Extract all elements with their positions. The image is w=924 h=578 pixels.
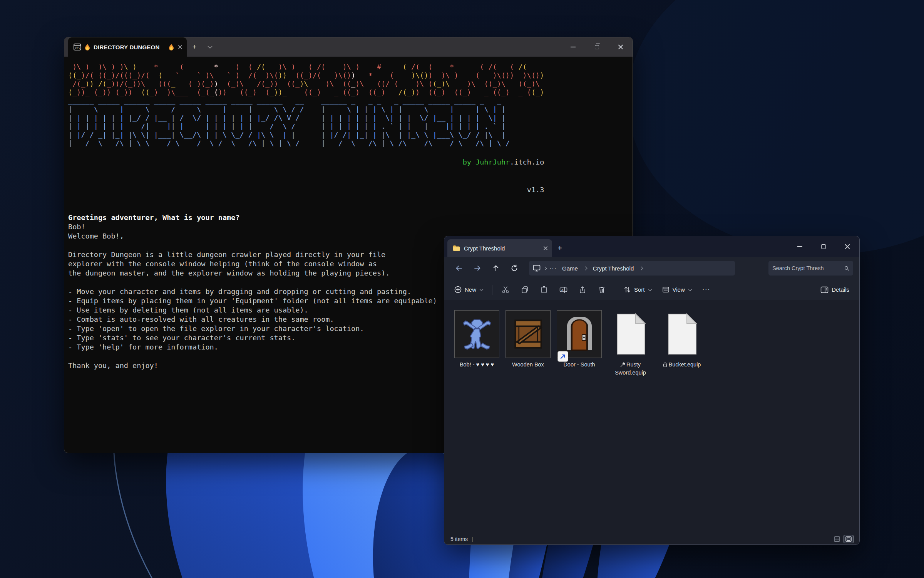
version-label: v1.3 [527,186,544,194]
document-icon [666,313,698,355]
rename-icon: A [559,286,567,294]
ascii-title-line: ______ _____ ______ _____ _____ _____ __… [68,97,544,105]
search-input[interactable] [772,265,844,271]
file-item-bucket[interactable]: Bucket.equip [656,310,707,369]
explorer-minimize-button[interactable] [788,238,812,255]
tab-close-icon[interactable] [178,45,182,49]
delete-button[interactable] [593,282,610,297]
chevron-down-icon [208,44,213,49]
chevron-down-icon [688,287,692,291]
shortcut-arrow-overlay [558,351,568,361]
folder-icon [453,245,460,251]
close-icon [618,44,623,50]
shortcut-arrow-icon [560,353,566,360]
file-item-wooden-box[interactable]: Wooden Box [502,310,554,368]
scissors-icon [502,286,509,294]
flame-icon [169,44,174,50]
bob-thumbnail [454,310,499,358]
minimize-icon [571,47,576,47]
ascii-title-line: | | | | | | | |_/ / |__ | / \/ | | | | |… [68,114,544,122]
status-separator: | [472,536,473,542]
chevron-right-icon [583,266,587,270]
address-bar[interactable]: ··· Game Crypt Threshold [529,261,735,276]
copy-icon [521,286,529,294]
explorer-tab[interactable]: Crypt Threshold [447,239,552,257]
view-icon [662,286,670,293]
trash-icon [598,286,606,294]
ascii-flame-line: )\ ) )\ ) )\ ) * ( * ) ( /( )\ ) ( /( )\… [68,63,544,71]
cut-button[interactable] [497,282,514,297]
document-icon [615,313,646,355]
terminal-text-line: Bob! [68,222,633,232]
console-icon: c:\ [74,44,81,50]
status-bar: 5 items | [444,533,859,544]
arrow-up-icon [492,264,500,272]
file-label: Door - South [563,361,595,368]
crate-icon [512,318,544,351]
command-toolbar: New A Sort View [444,279,859,300]
terminal-close-button[interactable] [609,37,633,57]
icons-view-toggle[interactable] [844,535,853,543]
breadcrumb-ellipsis[interactable]: ··· [549,265,557,272]
person-icon [462,318,492,351]
forward-button[interactable] [469,260,486,276]
file-item-bob[interactable]: Bob! - ♥ ♥ ♥ ♥ [451,310,502,368]
refresh-icon [511,264,518,272]
terminal-tab-title: DIRECTORY DUNGEON [94,44,165,50]
plus-circle-icon [454,286,462,293]
refresh-button[interactable] [506,260,523,276]
more-options-button[interactable]: ··· [698,282,714,297]
bucket-icon [663,362,668,369]
paste-button[interactable] [536,282,552,297]
document-icon-wrap [608,310,653,358]
breadcrumb-crypt-threshold[interactable]: Crypt Threshold [590,264,637,273]
explorer-maximize-button[interactable] [812,238,835,255]
search-icon [844,265,849,272]
breadcrumb-game[interactable]: Game [559,264,581,273]
terminal-tab[interactable]: c:\ DIRECTORY DUNGEON [68,37,187,57]
toolbar-divider [615,285,615,295]
view-button[interactable]: View [658,282,696,297]
search-box[interactable] [768,261,853,276]
item-count: 5 items [450,536,468,542]
byline: by JuhrJuhr.itch.io v1.3 [68,148,544,204]
share-button[interactable] [574,282,591,297]
tab-close-icon[interactable] [543,246,547,250]
chevron-down-icon [480,287,484,291]
chevron-right-icon [543,266,547,270]
ascii-title-line: | _ \_ _| ___ \ ___/ __ \_ _| _ | ___ \ … [68,105,544,114]
sort-button[interactable]: Sort [620,282,656,297]
sort-icon [624,286,631,293]
ascii-flame-line: (_))_ (_)) (_)) ((_) )\___ (_(_()) ((_) … [68,88,544,97]
ascii-flame-line: ((_)/( ((_)/(((_)/( ( ` ` )\ ` ) /( )\()… [68,71,544,80]
file-item-rusty-sword[interactable]: Rusty Sword.equip [605,310,656,376]
rename-button[interactable]: A [555,282,572,297]
restore-icon [595,45,599,49]
close-icon [845,244,850,249]
door-icon [564,317,594,351]
copy-button[interactable] [516,282,533,297]
navigation-bar: ··· Game Crypt Threshold [444,257,859,279]
file-item-door-south[interactable]: Door - South [554,310,605,368]
document-icon-wrap [659,310,704,358]
file-label: Bucket.equip [663,361,701,369]
explorer-close-button[interactable] [835,238,859,255]
arrow-left-icon [455,264,463,272]
toolbar-divider [492,285,492,295]
chevron-down-icon [648,287,652,291]
details-button[interactable]: Details [817,282,853,297]
explorer-titlebar[interactable]: Crypt Threshold + [444,236,859,257]
terminal-maximize-button[interactable] [585,37,609,57]
back-button[interactable] [450,260,467,276]
file-list-area[interactable]: Bob! - ♥ ♥ ♥ ♥ Wooden Box [444,300,859,533]
up-button[interactable] [487,260,504,276]
terminal-titlebar[interactable]: c:\ DIRECTORY DUNGEON + [64,37,633,57]
terminal-minimize-button[interactable] [561,37,585,57]
new-button[interactable]: New [450,282,487,297]
details-view-toggle[interactable] [832,535,842,543]
new-tab-button[interactable]: + [552,239,567,257]
new-tab-button[interactable]: + [187,37,202,57]
tab-dropdown-button[interactable] [202,37,218,57]
share-icon [579,286,586,294]
maximize-icon [821,244,826,249]
